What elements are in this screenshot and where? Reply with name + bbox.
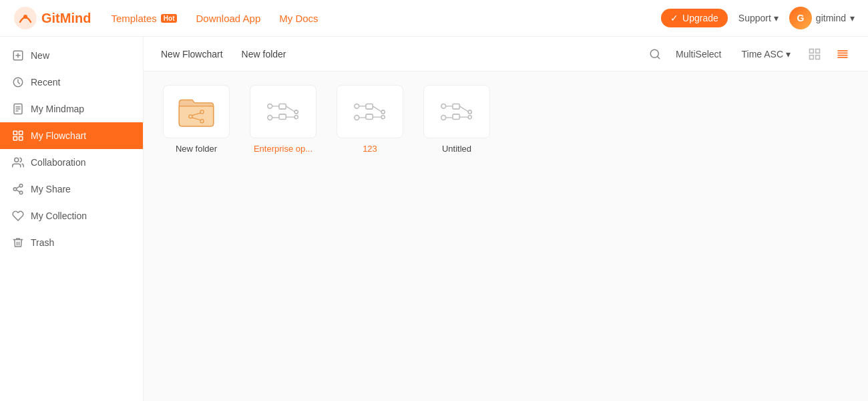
sidebar-item-flowchart[interactable]: My Flowchart <box>0 122 143 149</box>
multiselect-button[interactable]: MultiSelect <box>670 46 726 62</box>
flowchart-icon-3 <box>437 95 477 128</box>
support-button[interactable]: Support ▾ <box>738 13 779 23</box>
svg-point-36 <box>268 116 272 120</box>
sidebar-label-mindmap: My Mindmap <box>31 104 84 114</box>
toolbar: New Flowchart New folder MultiSelect Tim… <box>144 37 868 72</box>
header: GitMind Templates Hot Download App My Do… <box>0 0 868 37</box>
svg-line-61 <box>459 106 469 112</box>
svg-line-41 <box>286 106 295 112</box>
upgrade-check-icon: ✓ <box>670 13 678 23</box>
flowchart-thumb-2 <box>337 85 403 138</box>
file-item-3[interactable]: Untitled <box>420 85 493 154</box>
view-list-button[interactable] <box>833 45 852 63</box>
sidebar-label-collection: My Collection <box>31 211 87 221</box>
logo-text: GitMind <box>41 11 91 26</box>
avatar: G <box>789 7 812 29</box>
main-nav: Templates Hot Download App My Docs <box>111 13 661 24</box>
plus-square-icon <box>12 49 24 61</box>
sidebar-item-mindmap[interactable]: My Mindmap <box>0 96 143 122</box>
flowchart-thumb-1 <box>250 85 316 138</box>
svg-rect-38 <box>279 114 286 120</box>
view-grid-button[interactable] <box>805 45 824 63</box>
flowchart-icon-1 <box>263 95 303 128</box>
svg-line-19 <box>16 186 19 188</box>
chevron-down-icon: ▾ <box>774 13 779 23</box>
flowchart-name-2: 123 <box>363 144 377 154</box>
file-text-icon <box>12 103 24 115</box>
logo[interactable]: GitMind <box>13 6 91 30</box>
sort-chevron-icon: ▾ <box>786 49 791 59</box>
upgrade-button[interactable]: ✓ Upgrade <box>661 9 728 27</box>
items-grid: New folder <box>160 85 852 154</box>
svg-point-46 <box>355 116 359 120</box>
svg-rect-48 <box>366 114 373 120</box>
svg-rect-24 <box>810 55 814 59</box>
flowchart-thumb-3 <box>423 85 490 138</box>
flowchart-icon-2 <box>350 95 390 128</box>
svg-line-21 <box>658 56 660 58</box>
nav-mydocs[interactable]: My Docs <box>279 13 318 24</box>
layout: New Recent My Mindmap <box>0 37 868 401</box>
search-button[interactable] <box>649 48 661 60</box>
user-chevron-icon: ▾ <box>850 13 855 23</box>
svg-rect-22 <box>810 49 814 53</box>
svg-line-51 <box>373 106 382 112</box>
sidebar-item-collaboration[interactable]: Collaboration <box>0 149 143 176</box>
sort-button[interactable]: Time ASC ▾ <box>736 46 797 62</box>
users-icon <box>12 156 24 168</box>
flowchart-name-1: Enterprise op... <box>254 144 312 154</box>
new-folder-button[interactable]: New folder <box>240 45 288 63</box>
sidebar: New Recent My Mindmap <box>0 37 144 401</box>
sidebar-item-trash[interactable]: Trash <box>0 229 143 256</box>
svg-rect-37 <box>279 104 286 109</box>
svg-point-55 <box>441 104 446 108</box>
logo-icon <box>13 6 37 30</box>
user-menu[interactable]: G gitmind ▾ <box>789 7 855 29</box>
svg-rect-25 <box>816 55 820 59</box>
file-item-1[interactable]: Enterprise op... <box>246 85 320 154</box>
trash-icon <box>12 237 24 249</box>
sidebar-item-myshare[interactable]: My Share <box>0 176 143 203</box>
new-flowchart-button[interactable]: New Flowchart <box>160 45 224 63</box>
svg-rect-57 <box>453 104 459 109</box>
nav-download[interactable]: Download App <box>196 13 260 24</box>
toolbar-right: MultiSelect Time ASC ▾ <box>649 45 852 63</box>
svg-rect-13 <box>19 137 23 140</box>
folder-name: New folder <box>176 144 217 154</box>
folder-thumb <box>163 85 230 138</box>
sidebar-item-collection[interactable]: My Collection <box>0 203 143 229</box>
content-area: New folder <box>144 72 868 401</box>
sidebar-label-recent: Recent <box>31 77 60 88</box>
nav-templates[interactable]: Templates Hot <box>111 13 177 24</box>
sidebar-label-collaboration: Collaboration <box>31 157 86 168</box>
file-item-2[interactable]: 123 <box>333 85 407 154</box>
header-right: ✓ Upgrade Support ▾ G gitmind ▾ <box>661 7 855 29</box>
heart-icon <box>12 210 24 222</box>
svg-rect-23 <box>816 49 820 53</box>
sidebar-label-flowchart: My Flowchart <box>31 130 86 141</box>
svg-point-44 <box>294 116 298 119</box>
sidebar-label-new: New <box>31 50 49 61</box>
folder-icon <box>176 94 216 130</box>
svg-point-1 <box>23 15 27 19</box>
share-icon <box>12 183 24 195</box>
sidebar-item-new[interactable]: New <box>0 42 143 69</box>
svg-rect-10 <box>13 131 17 134</box>
file-item-folder[interactable]: New folder <box>160 85 233 154</box>
svg-rect-11 <box>19 131 23 134</box>
svg-point-43 <box>294 110 298 114</box>
sidebar-item-recent[interactable]: Recent <box>0 69 143 96</box>
flowchart-name-3: Untitled <box>442 144 471 154</box>
sidebar-label-myshare: My Share <box>31 184 71 194</box>
clock-icon <box>12 76 24 88</box>
svg-line-18 <box>16 190 19 192</box>
svg-rect-47 <box>366 104 373 109</box>
svg-point-56 <box>441 116 446 120</box>
svg-point-35 <box>268 104 272 108</box>
svg-point-45 <box>355 104 359 108</box>
svg-rect-58 <box>453 114 459 120</box>
grid-icon <box>12 130 24 142</box>
hot-badge: Hot <box>161 14 178 23</box>
svg-point-14 <box>15 158 19 162</box>
sidebar-label-trash: Trash <box>31 237 54 248</box>
